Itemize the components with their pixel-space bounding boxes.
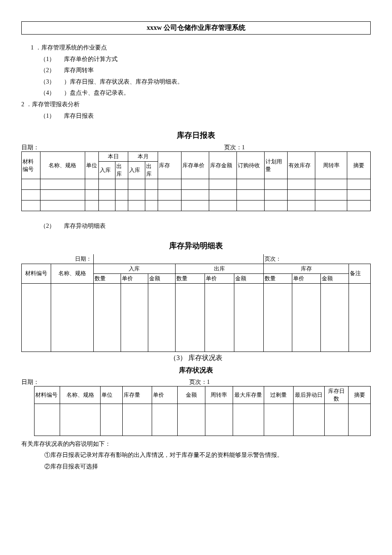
note-2: ②库存日报表可选择 xyxy=(44,461,371,473)
section-1-heading: 1 ．库存管理系统的作业要点 xyxy=(31,42,371,54)
th-name-spec: 名称、规格 xyxy=(60,386,101,404)
subsection-2-3: （3） 库存状况表 xyxy=(21,354,371,363)
th-pending: 订购待收 xyxy=(236,152,264,179)
th-stock-price: 单价 xyxy=(292,273,321,283)
table3-date-label: 日期： xyxy=(21,378,189,386)
th-surplus: 过剩量 xyxy=(264,386,293,404)
table1-date-label: 日期： xyxy=(21,144,224,151)
th-summary: 摘要 xyxy=(349,386,371,404)
subsection-2-1: （1）库存日报表 xyxy=(40,110,371,122)
table-row xyxy=(22,200,371,211)
table3-page: 页次：1 xyxy=(189,378,371,386)
th-summary: 摘要 xyxy=(347,152,371,179)
th-stock-amount: 库存金额 xyxy=(209,152,236,179)
th-price: 单价 xyxy=(152,386,177,404)
document-title: xxxw 公司仓储作业库存管理系统 xyxy=(21,21,371,35)
th-unit: 单位 xyxy=(85,152,98,179)
th-stock-days: 库存日数 xyxy=(325,386,349,404)
th-stock-price: 库存单价 xyxy=(182,152,209,179)
th-today-in: 入库 xyxy=(98,162,115,179)
table2-date-label: 日期： xyxy=(22,254,94,264)
stock-status-table: 材料编号 名称、规格 单位 库存量 单价 金额 周转率 最大库存量 过剩量 最后… xyxy=(34,386,371,436)
table-row xyxy=(35,404,371,436)
th-month-out: 出库 xyxy=(145,162,158,179)
th-out-amount: 金额 xyxy=(234,273,264,283)
th-in: 入库 xyxy=(93,264,175,273)
table3-title: 库存状况表 xyxy=(21,366,371,375)
movement-detail-table: 日期： 页次： 材料编号 名称、规格 入库 出库 库存 备注 数量 单价 金额 … xyxy=(21,254,371,352)
note-1: ①库存日报表记录对库存有影响的出入库情况，对于库存量不足的资料能够显示警告情报。 xyxy=(44,450,371,461)
th-amount: 金额 xyxy=(178,386,205,404)
th-stock-qty: 库存量 xyxy=(122,386,152,404)
th-stock-qty: 数量 xyxy=(264,273,292,283)
notes-intro: 有关库存状况表的内容说明如下： xyxy=(21,439,371,450)
th-material-no: 材料编号 xyxy=(35,386,60,404)
table-row xyxy=(22,190,371,200)
th-today-out: 出库 xyxy=(115,162,128,179)
table-row xyxy=(22,283,371,352)
daily-report-table: 材料编号 名称、规格 单位 本日 本月 库存 库存单价 库存金额 订购待收 计划… xyxy=(21,151,371,211)
th-stock: 库存 xyxy=(264,264,349,273)
th-in-amount: 金额 xyxy=(148,273,175,283)
th-remark: 备注 xyxy=(349,264,371,283)
item-3: （3））库存日报、库存状况表、库存异动明细表。 xyxy=(40,76,371,88)
table1-page: 页次：1 xyxy=(224,144,371,151)
th-last-move: 最后异动日 xyxy=(293,386,324,404)
th-in-price: 单价 xyxy=(121,273,148,283)
th-turnover: 周转率 xyxy=(205,386,233,404)
th-name-spec: 名称、规格 xyxy=(40,152,85,179)
th-out-qty: 数量 xyxy=(175,273,205,283)
th-today: 本日 xyxy=(98,152,128,162)
th-stock-amount: 金额 xyxy=(320,273,349,283)
th-material-no: 材料编号 xyxy=(22,264,51,283)
item-4: （4））盘点卡、盘存记录表。 xyxy=(40,87,371,99)
th-out-price: 单价 xyxy=(205,273,234,283)
table1-title: 库存日报表 xyxy=(21,130,371,140)
th-out: 出库 xyxy=(175,264,264,273)
th-month: 本月 xyxy=(128,152,158,162)
th-in-qty: 数量 xyxy=(93,273,121,283)
th-plan-usage: 计划用量 xyxy=(264,152,288,179)
table2-title: 库存异动明细表 xyxy=(21,241,371,251)
th-name-spec: 名称、规格 xyxy=(51,264,93,283)
th-max-stock: 最大库存量 xyxy=(233,386,264,404)
table2-page-label: 页次： xyxy=(264,254,371,264)
item-2: （2）库存周转率 xyxy=(40,65,371,76)
item-1: （1）库存单价的计算方式 xyxy=(40,54,371,65)
th-material-no: 材料编号 xyxy=(22,152,40,179)
th-unit: 单位 xyxy=(101,386,123,404)
th-effective-stock: 有效库存 xyxy=(288,152,315,179)
th-stock: 库存 xyxy=(158,152,182,179)
th-month-in: 入库 xyxy=(128,162,145,179)
th-turnover: 周转率 xyxy=(315,152,347,179)
subsection-2-2: （2）库存异动明细表 xyxy=(40,221,371,232)
section-2-heading: 2 ．库存管理报表分析 xyxy=(21,99,371,110)
table-row xyxy=(22,179,371,190)
